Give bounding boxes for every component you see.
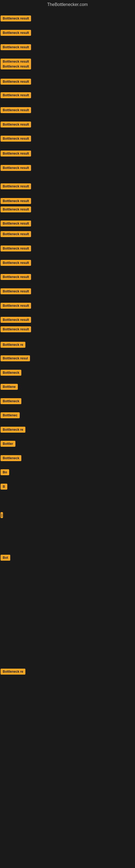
bottleneck-item-1: Bottleneck result <box>1 16 31 22</box>
bottleneck-badge-32: Bottler <box>1 441 15 447</box>
bottleneck-item-5: Bottleneck result <box>1 63 31 69</box>
bottleneck-item-17: Bottleneck result <box>1 231 31 237</box>
bottleneck-badge-23: Bottleneck result <box>1 317 31 323</box>
bottleneck-badge: | <box>1 512 3 518</box>
bottleneck-item-20: Bottleneck result <box>1 274 31 280</box>
bottleneck-item-16: Bottleneck result <box>1 220 31 226</box>
bottleneck-item-9: Bottleneck result <box>1 122 31 127</box>
bottleneck-badge-5: Bottleneck result <box>1 63 31 69</box>
bottleneck-item-48: Bottleneck re <box>1 669 26 675</box>
bottleneck-badge-35: B <box>1 484 7 490</box>
bottleneck-item-26: Bottleneck resul <box>1 355 30 361</box>
bottleneck-badge-26: Bottleneck resul <box>1 355 30 361</box>
bottleneck-item-25: Bottleneck re <box>1 342 26 348</box>
bottleneck-badge-9: Bottleneck result <box>1 122 31 127</box>
bottleneck-badge-48: Bottleneck re <box>1 669 26 675</box>
bottleneck-badge-8: Bottleneck result <box>1 107 31 113</box>
bottleneck-item-40: Bot <box>1 555 10 561</box>
bottleneck-badge-19: Bottleneck result <box>1 260 31 266</box>
bottleneck-badge-33: Bottleneck <box>1 455 21 461</box>
bottleneck-item-13: Bottleneck result <box>1 183 31 189</box>
bottleneck-badge-2: Bottleneck result <box>1 30 31 36</box>
bottleneck-badge-17: Bottleneck result <box>1 231 31 237</box>
bottleneck-item-27: Bottleneck <box>1 370 21 376</box>
bottleneck-item-37: | <box>1 512 3 518</box>
bottleneck-item-35: B <box>1 484 7 490</box>
bottleneck-item-23: Bottleneck result <box>1 317 31 323</box>
bottleneck-item-12: Bottleneck result <box>1 165 31 171</box>
bottleneck-badge-13: Bottleneck result <box>1 183 31 189</box>
bottleneck-badge-31: Bottleneck re <box>1 427 26 433</box>
bottleneck-badge-28: Bottlene <box>1 384 18 390</box>
bottleneck-item-30: Bottlenec <box>1 412 20 418</box>
bottleneck-item-28: Bottlene <box>1 384 18 390</box>
bottleneck-item-14: Bottleneck result <box>1 198 31 204</box>
bottleneck-item-10: Bottleneck result <box>1 135 31 142</box>
bottleneck-item-8: Bottleneck result <box>1 107 31 113</box>
bottleneck-badge-7: Bottleneck result <box>1 92 31 98</box>
bottleneck-badge-34: Bo <box>1 469 9 475</box>
bottleneck-item-19: Bottleneck result <box>1 260 31 266</box>
bottleneck-badge-20: Bottleneck result <box>1 274 31 280</box>
bottleneck-item-18: Bottleneck result <box>1 246 31 251</box>
bottleneck-badge-40: Bot <box>1 555 10 561</box>
bottleneck-badge-15: Bottleneck result <box>1 207 31 212</box>
bottleneck-badge-18: Bottleneck result <box>1 246 31 251</box>
bottleneck-badge-14: Bottleneck result <box>1 198 31 204</box>
bottleneck-badge-11: Bottleneck result <box>1 151 31 156</box>
bottleneck-item-7: Bottleneck result <box>1 92 31 98</box>
bottleneck-badge-25: Bottleneck re <box>1 342 26 348</box>
bottleneck-badge-30: Bottlenec <box>1 412 20 418</box>
bottleneck-item-33: Bottleneck <box>1 455 21 461</box>
bottleneck-badge-6: Bottleneck result <box>1 79 31 85</box>
bottleneck-item-15: Bottleneck result <box>1 207 31 212</box>
bottleneck-item-24: Bottleneck result <box>1 326 31 332</box>
bottleneck-badge-12: Bottleneck result <box>1 165 31 171</box>
bottleneck-item-11: Bottleneck result <box>1 151 31 156</box>
bottleneck-badge-3: Bottleneck result <box>1 44 31 50</box>
bottleneck-item-32: Bottler <box>1 441 15 447</box>
bottleneck-item-2: Bottleneck result <box>1 30 31 36</box>
bottleneck-item-21: Bottleneck result <box>1 288 31 294</box>
bottleneck-item-29: Bottleneck <box>1 398 21 404</box>
bottleneck-item-31: Bottleneck re <box>1 427 26 433</box>
bottleneck-badge-24: Bottleneck result <box>1 326 31 332</box>
bottleneck-badge-16: Bottleneck result <box>1 220 31 226</box>
bottleneck-item-22: Bottleneck result <box>1 303 31 309</box>
bottleneck-badge-21: Bottleneck result <box>1 288 31 294</box>
site-title: TheBottlenecker.com <box>0 0 135 9</box>
bottleneck-item-34: Bo <box>1 469 9 475</box>
bottleneck-badge-10: Bottleneck result <box>1 135 31 142</box>
bottleneck-item-3: Bottleneck result <box>1 44 31 50</box>
bottleneck-badge-29: Bottleneck <box>1 398 21 404</box>
bottleneck-item-6: Bottleneck result <box>1 79 31 85</box>
bottleneck-badge-27: Bottleneck <box>1 370 21 376</box>
bottleneck-badge-1: Bottleneck result <box>1 16 31 22</box>
bottleneck-badge-22: Bottleneck result <box>1 303 31 309</box>
